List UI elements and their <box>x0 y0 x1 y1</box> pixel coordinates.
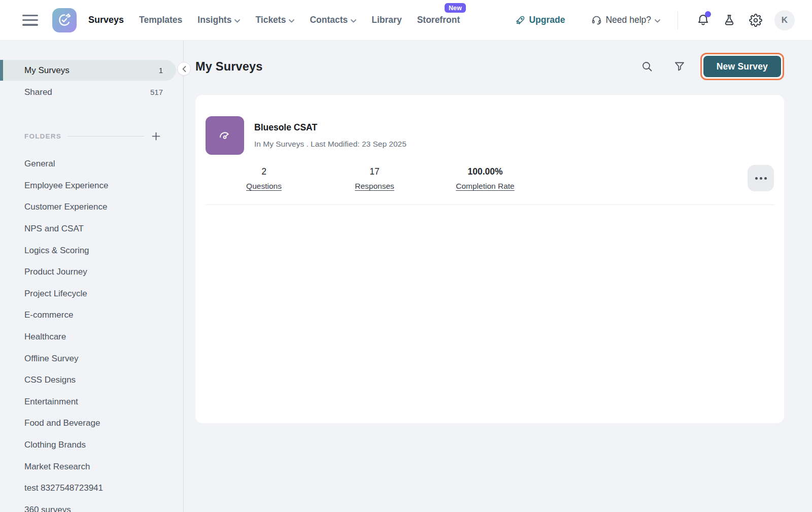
search-icon <box>641 60 653 73</box>
add-folder-button[interactable] <box>151 131 161 141</box>
nav-item-contacts[interactable]: Contacts <box>310 15 356 25</box>
nav-item-surveys[interactable]: Surveys <box>88 15 124 25</box>
sidebar-folder-item[interactable]: Healthcare <box>0 326 183 348</box>
completion-rate-link[interactable]: Completion Rate <box>456 182 514 191</box>
survey-meta: In My Surveys . Last Modified: 23 Sep 20… <box>254 140 407 149</box>
sidebar-folder-item[interactable]: CSS Designs <box>0 369 183 391</box>
more-options-icon <box>755 177 758 180</box>
sidebar-folder-item[interactable]: Clothing Brands <box>0 434 183 456</box>
primary-nav: Surveys Templates Insights Tickets Conta… <box>88 15 460 25</box>
main-header: My Surveys New Survey <box>195 53 784 80</box>
settings-button[interactable] <box>746 11 765 30</box>
sidebar-folder-item[interactable]: NPS and CSAT <box>0 218 183 240</box>
nav-item-tickets[interactable]: Tickets <box>255 15 294 25</box>
folders-heading: FOLDERS <box>24 132 61 140</box>
chevron-down-icon <box>351 19 356 23</box>
sidebar-folder-item[interactable]: Market Research <box>0 456 183 477</box>
sidebar: My Surveys 1 Shared 517 FOLDERS General … <box>0 41 184 512</box>
survey-row-divider <box>206 204 774 205</box>
sidebar-folder-item[interactable]: test 8327548723941 <box>0 477 183 499</box>
my-surveys-count: 1 <box>159 66 163 75</box>
sidebar-folder-item[interactable]: Logics & Scoring <box>0 240 183 261</box>
survey-heading-block: Bluesole CSAT In My Surveys . Last Modif… <box>254 116 407 155</box>
sidebar-folder-item[interactable]: Employee Experience <box>0 175 183 197</box>
sidebar-folder-item[interactable]: Product Journey <box>0 261 183 283</box>
new-badge: New <box>445 3 466 13</box>
upgrade-button[interactable]: Upgrade <box>515 15 565 25</box>
surveys-list-card: Bluesole CSAT In My Surveys . Last Modif… <box>195 95 784 423</box>
sidebar-folder-item[interactable]: Project Lifecycle <box>0 283 183 305</box>
sidebar-folder-item[interactable]: Entertainment <box>0 391 183 413</box>
content-area: My Surveys 1 Shared 517 FOLDERS General … <box>0 41 812 512</box>
main-panel: My Surveys New Survey <box>184 41 812 512</box>
gear-icon <box>749 14 762 27</box>
headset-icon <box>591 15 602 25</box>
folders-header: FOLDERS <box>24 131 161 141</box>
new-survey-highlight-ring: New Survey <box>700 53 784 80</box>
shared-count: 517 <box>150 88 163 96</box>
questions-value: 2 <box>221 166 307 177</box>
folder-list: General Employee Experience Customer Exp… <box>0 153 183 512</box>
sidebar-folder-item[interactable]: Food and Beverage <box>0 413 183 434</box>
app-logo[interactable] <box>52 8 77 32</box>
survey-name[interactable]: Bluesole CSAT <box>254 122 407 133</box>
plus-icon <box>151 131 161 141</box>
notification-dot <box>705 11 711 17</box>
folders-divider-line <box>67 136 144 136</box>
sidebar-collapse-button[interactable] <box>177 62 191 76</box>
top-navigation-bar: Surveys Templates Insights Tickets Conta… <box>0 0 812 41</box>
chevron-down-icon <box>655 19 660 23</box>
chevron-down-icon <box>289 19 294 23</box>
filter-button[interactable] <box>672 59 687 74</box>
notifications-button[interactable] <box>693 11 713 30</box>
new-survey-button[interactable]: New Survey <box>703 56 781 77</box>
nav-item-templates[interactable]: Templates <box>139 15 182 25</box>
sidebar-folder-item[interactable]: Customer Experience <box>0 196 183 218</box>
survey-row[interactable]: Bluesole CSAT In My Surveys . Last Modif… <box>206 116 774 155</box>
survey-thumbnail[interactable] <box>206 116 244 155</box>
labs-button[interactable] <box>720 11 739 30</box>
chevron-left-icon <box>182 66 186 72</box>
stat-responses: 17 Responses <box>331 166 418 191</box>
flask-icon <box>723 14 736 27</box>
responses-link[interactable]: Responses <box>355 182 394 191</box>
need-help-menu[interactable]: Need help? <box>591 15 660 25</box>
search-button[interactable] <box>639 59 655 74</box>
topbar-divider <box>678 11 678 29</box>
nav-item-library[interactable]: Library <box>371 15 401 25</box>
stat-completion-rate: 100.00% Completion Rate <box>442 166 528 191</box>
user-avatar[interactable]: K <box>774 10 795 30</box>
nav-item-insights[interactable]: Insights <box>197 15 240 25</box>
responses-value: 17 <box>331 166 418 177</box>
stat-questions: 2 Questions <box>221 166 307 191</box>
filter-funnel-icon <box>673 60 686 73</box>
gauge-icon <box>216 126 234 145</box>
rocket-icon <box>515 15 525 25</box>
completion-rate-value: 100.00% <box>442 166 528 177</box>
sidebar-folder-item[interactable]: Offline Survey <box>0 348 183 369</box>
sidebar-item-my-surveys[interactable]: My Surveys 1 <box>0 60 176 81</box>
bird-check-logo-icon <box>57 13 72 28</box>
survey-stats-row: 2 Questions 17 Responses 100.00% Complet… <box>206 166 774 191</box>
sidebar-folder-item[interactable]: 360 surveys <box>0 499 183 512</box>
more-options-button[interactable] <box>748 165 774 191</box>
hamburger-menu-icon[interactable] <box>22 15 38 26</box>
page-title: My Surveys <box>195 60 263 74</box>
chevron-down-icon <box>234 19 240 23</box>
sidebar-folder-item[interactable]: E-commerce <box>0 304 183 326</box>
sidebar-folder-item[interactable]: General <box>0 153 183 175</box>
questions-link[interactable]: Questions <box>246 182 282 191</box>
header-actions: New Survey <box>639 53 784 80</box>
nav-item-storefront[interactable]: Storefront New <box>417 15 460 25</box>
sidebar-item-shared[interactable]: Shared 517 <box>0 82 176 103</box>
topbar-right-section: Upgrade Need help? <box>515 10 795 30</box>
